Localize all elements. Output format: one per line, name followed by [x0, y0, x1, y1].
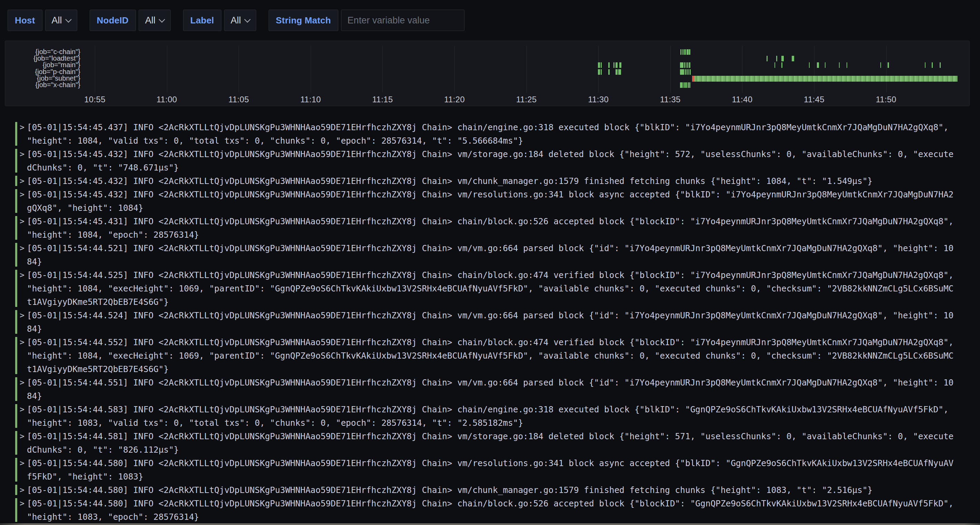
timeline-mark-loadtest	[767, 56, 768, 61]
expand-chevron-icon[interactable]: >	[20, 188, 24, 201]
log-message: [05-01|15:54:44.525] INFO <2AcRkXTLLtQjv…	[27, 268, 955, 309]
log-row[interactable]: > [05-01|15:54:44.552] INFO <2AcRkXTLLtQ…	[15, 336, 967, 376]
log-row[interactable]: > [05-01|15:54:44.580] INFO <2AcRkXTLLtQ…	[15, 497, 967, 523]
log-row[interactable]: > [05-01|15:54:44.581] INFO <2AcRkXTLLtQ…	[15, 430, 967, 457]
chevron-down-icon	[244, 16, 250, 22]
timeline-mark-main	[608, 62, 610, 68]
gridline-11:45	[814, 46, 815, 93]
timeline-mark-main	[940, 62, 941, 68]
timeline-mark-p-chain	[690, 69, 691, 75]
log-row[interactable]: > [05-01|15:54:45.437] INFO <2AcRkXTLLtQ…	[15, 121, 967, 148]
timeline-mark-main	[781, 62, 783, 68]
log-message: [05-01|15:54:45.432] INFO <2AcRkXTLLtQjv…	[27, 148, 955, 174]
timeline-mark-x-chain	[689, 82, 690, 88]
timeline-mark-main	[598, 62, 600, 68]
legend-item-main[interactable]: {job="main"}	[5, 62, 80, 68]
log-message: [05-01|15:54:44.583] INFO <2AcRkXTLLtQjv…	[27, 403, 955, 430]
timeline-mark-main	[684, 62, 685, 68]
timeline-mark-c-chain	[680, 49, 681, 55]
log-list: > [05-01|15:54:45.437] INFO <2AcRkXTLLtQ…	[15, 121, 967, 523]
log-message: [05-01|15:54:44.580] INFO <2AcRkXTLLtQjv…	[27, 457, 955, 483]
timeline-mark-main	[846, 62, 848, 68]
log-row[interactable]: > [05-01|15:54:44.525] INFO <2AcRkXTLLtQ…	[15, 268, 967, 309]
expand-chevron-icon[interactable]: >	[20, 309, 24, 322]
expand-chevron-icon[interactable]: >	[20, 241, 24, 255]
timeline-mark-p-chain	[618, 69, 621, 75]
timeline-mark-main	[619, 62, 621, 68]
timeline-mark-p-chain	[601, 69, 602, 75]
timeline-mark-c-chain	[689, 49, 690, 55]
log-level-bar	[15, 485, 17, 495]
host-variable-dropdown[interactable]: All	[45, 10, 77, 31]
host-filter-group: Host All	[8, 10, 77, 31]
log-row[interactable]: > [05-01|15:54:44.583] INFO <2AcRkXTLLtQ…	[15, 403, 967, 430]
log-row[interactable]: > [05-01|15:54:44.580] INFO <2AcRkXTLLtQ…	[15, 483, 967, 497]
expand-chevron-icon[interactable]: >	[20, 121, 24, 134]
log-message: [05-01|15:54:45.431] INFO <2AcRkXTLLtQjv…	[27, 215, 955, 241]
nodeid-filter-group: NodeID All	[90, 10, 171, 31]
log-level-bar	[15, 189, 17, 213]
timeline-mark-p-chain	[608, 69, 610, 75]
timeline-mark-c-chain	[687, 49, 689, 55]
log-row[interactable]: > [05-01|15:54:44.521] INFO <2AcRkXTLLtQ…	[15, 241, 967, 268]
nodeid-variable-dropdown[interactable]: All	[138, 10, 171, 31]
log-row[interactable]: > [05-01|15:54:44.580] INFO <2AcRkXTLLtQ…	[15, 457, 967, 483]
expand-chevron-icon[interactable]: >	[20, 215, 24, 228]
string-match-input[interactable]	[341, 10, 464, 31]
legend-item-p-chain[interactable]: {job="p-chain"}	[5, 68, 80, 75]
x-tick-label: 11:15	[362, 95, 403, 105]
log-message: [05-01|15:54:44.551] INFO <2AcRkXTLLtQjv…	[27, 376, 955, 403]
gridline-10:55	[95, 46, 95, 93]
timeline-mark-subnet	[694, 76, 957, 82]
log-row[interactable]: > [05-01|15:54:44.551] INFO <2AcRkXTLLtQ…	[15, 376, 967, 403]
timeline-mark-p-chain	[680, 69, 684, 75]
expand-chevron-icon[interactable]: >	[20, 336, 24, 349]
log-row[interactable]: > [05-01|15:54:45.432] INFO <2AcRkXTLLtQ…	[15, 174, 967, 188]
log-level-bar	[15, 270, 17, 307]
log-message: [05-01|15:54:45.432] INFO <2AcRkXTLLtQjv…	[27, 188, 955, 215]
timeline-mark-main	[839, 62, 840, 68]
expand-chevron-icon[interactable]: >	[20, 174, 24, 188]
log-row[interactable]: > [05-01|15:54:45.431] INFO <2AcRkXTLLtQ…	[15, 215, 967, 241]
x-tick-label: 11:25	[506, 95, 547, 105]
expand-chevron-icon[interactable]: >	[20, 457, 24, 470]
gridline-11:20	[455, 46, 455, 93]
log-level-bar	[15, 122, 17, 146]
expand-chevron-icon[interactable]: >	[20, 268, 24, 282]
log-row[interactable]: > [05-01|15:54:45.432] INFO <2AcRkXTLLtQ…	[15, 148, 967, 174]
gridline-11:05	[239, 46, 239, 93]
log-row[interactable]: > [05-01|15:54:44.524] INFO <2AcRkXTLLtQ…	[15, 309, 967, 336]
log-level-bar	[15, 149, 17, 173]
timeline-mark-main	[687, 62, 688, 68]
grafana-log-dashboard: Host All NodeID All Label All String Mat…	[0, 0, 980, 525]
log-level-bar	[15, 337, 17, 374]
label-variable-dropdown[interactable]: All	[224, 10, 256, 31]
x-tick-label: 11:35	[650, 95, 691, 105]
log-volume-timeline-panel[interactable]: {job="c-chain"}{job="loadtest"}{job="mai…	[5, 41, 970, 106]
timeline-mark-p-chain	[616, 69, 617, 75]
log-message: [05-01|15:54:44.521] INFO <2AcRkXTLLtQjv…	[27, 241, 955, 268]
log-level-bar	[15, 377, 17, 401]
chevron-down-icon	[65, 16, 72, 22]
string-match-label: String Match	[269, 10, 338, 31]
expand-chevron-icon[interactable]: >	[20, 430, 24, 443]
timeline-mark-x-chain	[685, 82, 686, 88]
legend-item-x-chain[interactable]: {job="x-chain"}	[5, 82, 80, 88]
timeline-mark-main	[825, 62, 826, 68]
timeline-mark-main	[932, 62, 933, 68]
timeline-mark-p-chain	[685, 69, 686, 75]
log-row[interactable]: > [05-01|15:54:45.432] INFO <2AcRkXTLLtQ…	[15, 188, 967, 215]
gridline-11:35	[670, 46, 671, 93]
expand-chevron-icon[interactable]: >	[20, 148, 24, 161]
x-tick-label: 11:10	[290, 95, 331, 105]
expand-chevron-icon[interactable]: >	[20, 497, 24, 510]
timeline-mark-main	[601, 62, 602, 68]
string-match-group: String Match	[269, 10, 465, 31]
timeline-mark-main	[880, 62, 881, 68]
expand-chevron-icon[interactable]: >	[20, 483, 24, 497]
gridline-11:10	[311, 46, 311, 93]
timeline-mark-main	[809, 62, 810, 68]
expand-chevron-icon[interactable]: >	[20, 376, 24, 389]
expand-chevron-icon[interactable]: >	[20, 403, 24, 416]
host-filter-label: Host	[8, 10, 42, 31]
